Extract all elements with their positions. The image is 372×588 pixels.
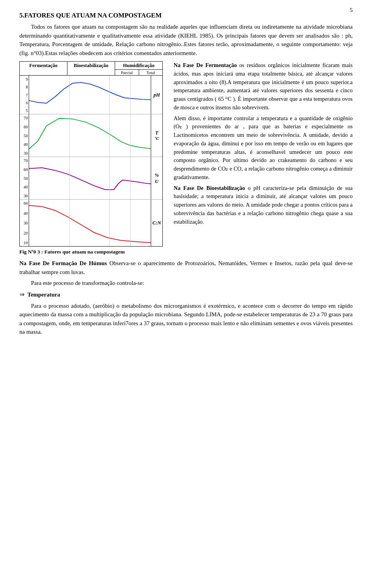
temperatura-title: Temperatura — [28, 291, 60, 298]
chart-panel-cn: 60 40 30 20 10 C:N — [20, 200, 162, 246]
divider-3 — [130, 76, 131, 114]
divider-t3 — [130, 114, 131, 157]
chart-header-bioestab: Bioestabilização — [67, 62, 115, 75]
divider-2 — [109, 76, 110, 114]
chart-area: Fermentação Bioestabilização Humidificaç… — [19, 61, 167, 255]
chart-header: Fermentação Bioestabilização Humidificaç… — [20, 62, 162, 76]
fermentacao-title: Na Fase De Fermentação — [174, 62, 237, 68]
y-labels-temp: 70 60 50 40 30 — [20, 114, 29, 157]
divider-h3 — [130, 157, 131, 199]
fig-caption: Fig Nº0 3 : Fatores que atuam na compost… — [19, 249, 167, 255]
transformation-intro: Para este processo de transformação cont… — [19, 279, 353, 288]
chart-panel-temp: 70 60 50 40 30 T°C — [20, 114, 162, 157]
oxygen-paragraph: Alem disso, é importante controlar a tem… — [174, 114, 353, 182]
bioestab-title: Na Fase De Bioestabilização — [174, 185, 245, 191]
humus-paragraph: Na Fase De Formação De Húmus Observa-se … — [19, 259, 353, 276]
divider-t1 — [69, 114, 70, 157]
chart-header-humidif: Humidificação Parcial Total — [115, 62, 162, 75]
chart-svg-temp — [29, 114, 151, 157]
page-number: 5 — [350, 7, 353, 14]
arrow-symbol: ⇒ — [19, 291, 24, 298]
fermentacao-paragraph: Na Fase De Fermentação os resíduos orgân… — [174, 61, 353, 112]
chart-panel-ph: 9 8 7 6 5 pH — [20, 76, 162, 114]
chart-svg-humidity — [29, 157, 151, 199]
chart-container: Fermentação Bioestabilização Humidificaç… — [19, 61, 163, 247]
divider-c1 — [69, 200, 70, 246]
humus-title: Na Fase De Formação De Húmus — [19, 260, 107, 266]
divider-c3 — [130, 200, 131, 246]
main-content: Fermentação Bioestabilização Humidificaç… — [19, 61, 353, 255]
chart-svg-ph — [29, 76, 151, 114]
divider-c2 — [109, 200, 110, 246]
divider-h1 — [69, 157, 70, 199]
y-labels-cn: 60 40 30 20 10 — [20, 200, 29, 246]
intro-paragraph: Todos os fatores que atuam na compostage… — [19, 22, 353, 57]
chart-svg-cn — [29, 200, 151, 246]
bioestab-paragraph: Na Fase De Bioestabilização o pH caracte… — [174, 184, 353, 226]
fermentacao-body: os resíduos orgânicos inicialmente ficar… — [174, 62, 353, 110]
unit-ph: pH — [151, 76, 162, 114]
divider-h2 — [109, 157, 110, 199]
divider-1 — [69, 76, 70, 114]
temperatura-heading: ⇒ Temperatura — [19, 290, 353, 299]
unit-humidity: %U — [151, 157, 162, 199]
temperatura-paragraph: Para o processo adotado, (aeróbio) o met… — [19, 302, 353, 336]
chart-panel-humidity: 70 60 50 40 30 %U — [20, 157, 162, 200]
unit-temp: T°C — [151, 114, 162, 157]
y-labels-humidity: 70 60 50 40 30 — [20, 157, 29, 199]
y-labels-ph: 9 8 7 6 5 — [20, 76, 29, 114]
chart-header-fermentacao: Fermentação — [20, 62, 67, 75]
right-text-area: Na Fase De Fermentação os resíduos orgân… — [174, 61, 353, 255]
unit-cn: C:N — [151, 200, 162, 246]
section-title: 5.FATORES QUE ATUAM NA COMPOSTAGEM — [19, 12, 353, 19]
divider-t2 — [109, 114, 110, 157]
